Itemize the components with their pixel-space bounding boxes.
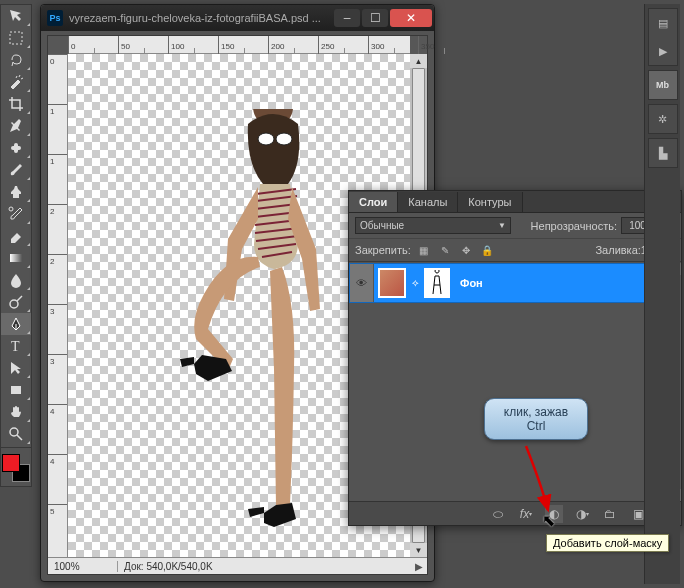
svg-point-5 <box>10 300 18 308</box>
dock-character-icon[interactable]: Mb <box>649 71 677 99</box>
document-titlebar[interactable]: Ps vyrezaem-figuru-cheloveka-iz-fotograf… <box>41 5 434 31</box>
magic-wand-tool[interactable] <box>1 71 31 93</box>
opacity-label: Непрозрачность: <box>531 220 617 232</box>
svg-point-8 <box>10 428 18 436</box>
lock-position-icon[interactable]: ✥ <box>457 243 475 257</box>
rectangle-tool[interactable] <box>1 379 31 401</box>
layer-mask-thumbnail[interactable] <box>424 268 450 298</box>
panel-tabs: Слои Каналы Контуры ▸≡ <box>349 191 681 213</box>
tooltip: Добавить слой-маску <box>546 534 669 552</box>
lock-all-icon[interactable]: 🔒 <box>478 243 496 257</box>
horizontal-ruler: 0 50 100 150 200 250 300 350 <box>68 36 410 54</box>
brush-tool[interactable] <box>1 159 31 181</box>
dock-actions-icon[interactable]: ▶ <box>649 37 677 65</box>
gradient-tool[interactable] <box>1 247 31 269</box>
tools-panel: T <box>0 4 32 487</box>
hand-tool[interactable] <box>1 401 31 423</box>
svg-rect-0 <box>10 32 22 44</box>
layer-fx-icon[interactable]: fx▾ <box>517 505 535 523</box>
lasso-tool[interactable] <box>1 49 31 71</box>
clone-tool[interactable] <box>1 181 31 203</box>
vertical-ruler: 0 1 1 2 2 3 3 4 4 5 <box>48 54 68 557</box>
dodge-tool[interactable] <box>1 291 31 313</box>
group-icon[interactable]: 🗀 <box>601 505 619 523</box>
mask-link-icon[interactable]: ⟡ <box>410 277 420 289</box>
layers-panel: Слои Каналы Контуры ▸≡ Обычные ▼ Непрозр… <box>348 190 682 526</box>
bubble-line1: клик, зажав <box>489 405 583 419</box>
history-brush-tool[interactable] <box>1 203 31 225</box>
svg-text:T: T <box>11 339 20 354</box>
right-dock: ▤ ▶ Mb ✲ ▙ <box>644 4 680 584</box>
dock-styles-icon[interactable]: ✲ <box>649 105 677 133</box>
link-layers-icon[interactable]: ⬭ <box>489 505 507 523</box>
healing-tool[interactable] <box>1 137 31 159</box>
svg-rect-2 <box>14 143 18 153</box>
lock-label: Закрепить: <box>355 244 411 256</box>
layer-name[interactable]: Фон <box>460 277 483 289</box>
figure-image <box>178 109 358 549</box>
blur-tool[interactable] <box>1 269 31 291</box>
pen-tool[interactable] <box>1 313 31 335</box>
maximize-button[interactable]: ☐ <box>362 9 388 27</box>
lock-transparent-icon[interactable]: ▦ <box>415 243 433 257</box>
marquee-tool[interactable] <box>1 27 31 49</box>
dock-history-icon[interactable]: ▤ <box>649 9 677 37</box>
svg-rect-4 <box>10 254 22 262</box>
eraser-tool[interactable] <box>1 225 31 247</box>
layer-list: 👁 ⟡ Фон <box>349 263 669 501</box>
status-menu-icon[interactable]: ▶ <box>415 561 423 572</box>
adjustment-layer-icon[interactable]: ◑▾ <box>573 505 591 523</box>
annotation-bubble: клик, зажав Ctrl <box>484 398 588 440</box>
lock-pixels-icon[interactable]: ✎ <box>436 243 454 257</box>
svg-point-3 <box>9 207 13 211</box>
crop-tool[interactable] <box>1 93 31 115</box>
scroll-up-icon[interactable]: ▲ <box>410 54 427 68</box>
layer-row[interactable]: 👁 ⟡ Фон <box>349 263 669 303</box>
fill-label: Заливка: <box>595 244 640 256</box>
minimize-button[interactable]: – <box>334 9 360 27</box>
type-tool[interactable]: T <box>1 335 31 357</box>
layer-thumbnail[interactable] <box>378 268 406 298</box>
visibility-toggle-icon[interactable]: 👁 <box>350 264 374 302</box>
zoom-tool[interactable] <box>1 423 31 445</box>
svg-rect-7 <box>11 386 21 394</box>
move-tool[interactable] <box>1 5 31 27</box>
close-button[interactable]: ✕ <box>390 9 432 27</box>
dock-comments-icon[interactable]: ▙ <box>649 139 677 167</box>
layers-toolbar: ⬭ fx▾ ◐ ◑▾ 🗀 ▣ 🗑 <box>349 501 681 525</box>
tab-channels[interactable]: Каналы <box>398 192 458 212</box>
path-select-tool[interactable] <box>1 357 31 379</box>
status-bar: 100% Док: 540,0K/540,0K ▶ <box>48 557 427 574</box>
doc-info: Док: 540,0K/540,0K <box>118 561 213 572</box>
add-mask-icon[interactable]: ◐ <box>545 505 563 523</box>
bubble-line2: Ctrl <box>489 419 583 433</box>
blend-mode-dropdown[interactable]: Обычные ▼ <box>355 217 511 234</box>
svg-point-9 <box>258 133 274 145</box>
app-icon: Ps <box>47 10 63 26</box>
foreground-color-swatch[interactable] <box>2 454 20 472</box>
tab-layers[interactable]: Слои <box>349 192 398 212</box>
zoom-level[interactable]: 100% <box>48 561 118 572</box>
blend-mode-value: Обычные <box>360 220 404 231</box>
eyedropper-tool[interactable] <box>1 115 31 137</box>
scroll-down-icon[interactable]: ▼ <box>410 543 427 557</box>
tab-paths[interactable]: Контуры <box>458 192 522 212</box>
svg-point-10 <box>276 133 292 145</box>
document-title: vyrezaem-figuru-cheloveka-iz-fotografiiB… <box>69 12 334 24</box>
color-swatches[interactable] <box>2 454 30 482</box>
